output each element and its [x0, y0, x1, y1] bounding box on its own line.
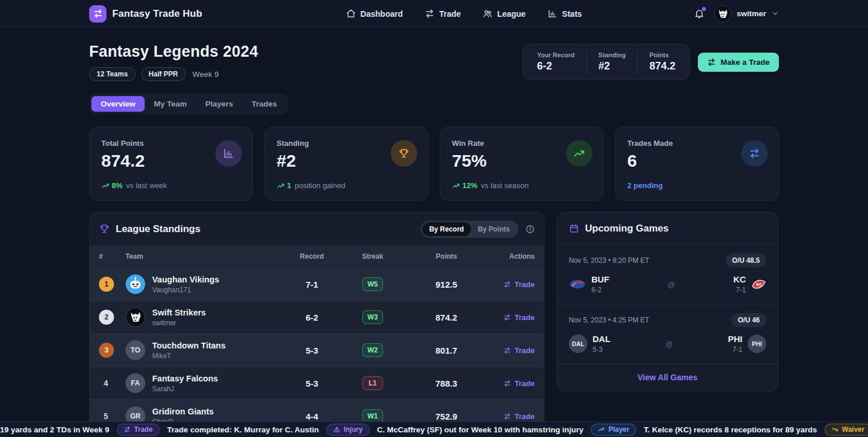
ticker-item-text: T. Kelce (KC) records 8 receptions for 8… [643, 425, 816, 434]
waiver-ticker-badge: Waiver [825, 424, 868, 436]
trade-action-button[interactable]: Trade [477, 313, 535, 322]
standings-title: League Standings [116, 223, 200, 235]
swap-icon [707, 58, 716, 67]
stat-label: Your Record [537, 52, 575, 58]
notification-dot [702, 7, 706, 11]
toggle-by-points[interactable]: By Points [471, 222, 517, 236]
team-name: Vaughan Vikings [152, 275, 219, 284]
cowboys-logo-fallback: DAL [569, 335, 587, 353]
info-icon[interactable] [525, 225, 535, 234]
injury-ticker-badge: Injury [326, 424, 370, 436]
home-team-record: 7-1 [733, 286, 746, 294]
trade-action-button[interactable]: Trade [477, 412, 535, 421]
trade-ticker-badge: Trade [117, 424, 160, 436]
league-standings-panel: League Standings By Record By Points # T… [89, 212, 545, 433]
team-name: Swift Strikers [152, 308, 206, 317]
record-value: 6-2 [280, 313, 344, 322]
record-value: 5-3 [280, 346, 344, 355]
trade-action-button[interactable]: Trade [477, 379, 535, 388]
team-owner: SarahJ [152, 385, 218, 393]
trending-down-icon [832, 426, 838, 433]
col-streak: Streak [344, 252, 402, 260]
avatar [714, 5, 731, 23]
team-owner: switmer [152, 319, 206, 327]
upcoming-games-title: Upcoming Games [585, 223, 669, 234]
rank-badge: 2 [99, 310, 114, 325]
notifications-bell-icon[interactable] [694, 8, 705, 19]
nav-item-stats[interactable]: Stats [547, 9, 582, 19]
nav-label: Stats [562, 9, 582, 19]
home-team-abbr: KC [733, 274, 746, 284]
total-points-card: Total Points 874.2 8% vs last week [89, 127, 253, 201]
eagles-logo-fallback: PHI [748, 335, 766, 353]
make-a-trade-button[interactable]: Make a Trade [698, 53, 779, 72]
rank-badge: 4 [99, 376, 114, 391]
table-row[interactable]: 3 TO Touchdown Titans MikeT 5-3 W2 801.7… [90, 333, 544, 366]
streak-badge: W5 [362, 277, 383, 291]
home-team-abbr: PHI [728, 334, 742, 344]
table-row[interactable]: 1 Vaughan Vikings Vaughan171 7-1 W5 912.… [90, 267, 544, 300]
standings-table-header: # Team Record Streak Points Actions [90, 245, 544, 267]
sort-toggle: By Record By Points [421, 221, 518, 238]
streak-badge: W3 [362, 310, 383, 324]
team-avatar-mascot [126, 307, 145, 327]
trade-action-button[interactable]: Trade [477, 280, 535, 289]
tab-my-team[interactable]: My Team [145, 96, 196, 112]
at-symbol: @ [667, 280, 675, 289]
top-navigation: Fantasy Trade Hub Dashboard Trade League… [0, 0, 868, 28]
brand: Fantasy Trade Hub [89, 5, 203, 23]
trend-up-indicator: 12% [452, 181, 477, 190]
nav-item-league[interactable]: League [483, 9, 525, 19]
record-value: 5-3 [280, 379, 344, 388]
team-owner: MikeT [152, 352, 226, 360]
user-menu[interactable]: switmer [714, 5, 779, 23]
swap-icon [503, 380, 511, 387]
warning-icon [333, 426, 340, 433]
col-team: Team [126, 252, 280, 260]
stat-value: #2 [598, 60, 626, 72]
tab-trades[interactable]: Trades [242, 96, 286, 112]
game-item[interactable]: Nov 5, 2023 • 4:25 PM ET O/U 46 DAL DAL … [557, 304, 778, 363]
points-value: 752.9 [402, 412, 477, 421]
calendar-icon [569, 223, 579, 234]
table-row[interactable]: 4 FA Fantasy Falcons SarahJ 5-3 L1 788.3… [90, 366, 544, 399]
nav-item-trade[interactable]: Trade [425, 9, 461, 19]
nav-item-dashboard[interactable]: Dashboard [346, 9, 403, 19]
player-ticker-badge: Player [591, 424, 636, 436]
app-title: Fantasy Trade Hub [112, 8, 203, 20]
users-icon [483, 9, 492, 19]
stat-label: Standing [598, 52, 626, 58]
trade-action-button[interactable]: Trade [477, 346, 535, 355]
nav-label: Dashboard [361, 9, 403, 19]
stat-cards-row: Total Points 874.2 8% vs last week Stand… [89, 127, 779, 201]
toggle-by-record[interactable]: By Record [422, 222, 471, 236]
view-all-games-link[interactable]: View All Games [638, 373, 698, 382]
bills-logo [569, 278, 586, 291]
trend-up-indicator: 1 [277, 181, 291, 190]
standing-card: Standing #2 1 position gained [264, 127, 428, 201]
news-ticker[interactable]: 19 yards and 2 TDs in Week 9 Trade Trade… [0, 421, 868, 437]
streak-badge: W2 [362, 343, 383, 357]
points-value: 788.3 [402, 379, 477, 388]
view-tabs: Overview My Team Players Trades [89, 94, 288, 114]
points-value: 874.2 [402, 313, 477, 322]
nav-label: Trade [439, 9, 461, 19]
home-team-record: 7-1 [728, 346, 742, 354]
table-row[interactable]: 2 Swift Strikers switmer 6-2 W3 874.2 Tr… [90, 300, 544, 333]
trending-up-icon [598, 426, 605, 433]
points-value: 801.7 [402, 346, 477, 355]
tab-overview[interactable]: Overview [91, 96, 145, 112]
col-record: Record [280, 252, 344, 260]
team-name: Touchdown Titans [152, 341, 226, 350]
trend-suffix: position gained [295, 181, 345, 190]
bar-chart-icon [547, 9, 557, 19]
game-date: Nov 5, 2023 • 8:20 PM ET [569, 256, 649, 265]
over-under-badge: O/U 46 [731, 313, 766, 327]
swap-icon [124, 426, 131, 433]
stat-value: 6-2 [537, 60, 575, 72]
tab-players[interactable]: Players [196, 96, 242, 112]
pending-trades-note[interactable]: 2 pending [627, 181, 663, 190]
game-item[interactable]: Nov 5, 2023 • 8:20 PM ET O/U 48.5 BUF 6-… [557, 245, 778, 304]
nav-menu: Dashboard Trade League Stats [346, 9, 582, 19]
badge-label: Injury [344, 425, 363, 434]
